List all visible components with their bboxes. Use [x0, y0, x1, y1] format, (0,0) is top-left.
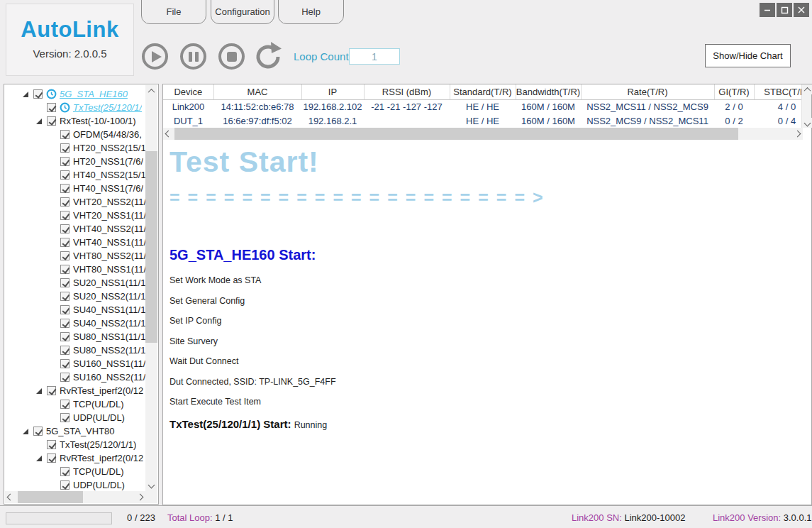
- scroll-left-icon[interactable]: [163, 128, 174, 140]
- tab-help[interactable]: Help: [278, 0, 344, 24]
- checkbox[interactable]: [60, 400, 69, 409]
- tree-item[interactable]: VHT20_NSS1(11/: [4, 209, 145, 222]
- checkbox[interactable]: [60, 332, 69, 341]
- tree-item[interactable]: VHT80_NSS2(11/: [4, 249, 145, 263]
- tree-item[interactable]: HT20_NSS1(7/6/: [4, 155, 145, 168]
- tree-item[interactable]: SU160_NSS1(11/: [4, 357, 145, 370]
- tab-file[interactable]: File: [141, 0, 206, 24]
- tree-item[interactable]: TxTest(25/120/1/1): [4, 438, 145, 451]
- tree-item[interactable]: RvRTest_iperf2(0/12: [4, 384, 145, 397]
- checkbox[interactable]: [47, 116, 56, 126]
- scrollbar-thumb[interactable]: [145, 151, 157, 343]
- checkbox[interactable]: [60, 143, 69, 153]
- scroll-down-icon[interactable]: [802, 118, 812, 128]
- checkbox[interactable]: [47, 103, 56, 112]
- maximize-icon[interactable]: [777, 3, 792, 17]
- tree-item[interactable]: RvRTest_iperf2(0/12: [4, 451, 145, 465]
- checkbox[interactable]: [47, 386, 56, 395]
- tree-item[interactable]: HT40_NSS2(15/1: [4, 168, 145, 182]
- table-horizontal-scrollbar[interactable]: [163, 128, 803, 140]
- tree-item[interactable]: VHT20_NSS2(11/: [4, 195, 145, 209]
- checkbox[interactable]: [60, 238, 69, 247]
- tree-item[interactable]: TxTest(25/120/1/: [4, 101, 145, 114]
- loop-count-input[interactable]: [349, 48, 400, 65]
- tree-item[interactable]: SU40_NSS1(11/1: [4, 303, 145, 317]
- column-header-rssi-dbm-[interactable]: RSSI (dBm): [364, 84, 450, 99]
- checkbox[interactable]: [60, 413, 69, 422]
- scroll-down-icon[interactable]: [145, 479, 157, 491]
- column-header-standard-t-r-[interactable]: Standard(T/R): [450, 84, 516, 99]
- checkbox[interactable]: [47, 453, 56, 463]
- column-header-stbc-t-r-[interactable]: STBC(T/R): [754, 84, 801, 99]
- tree-item[interactable]: HT20_NSS2(15/1: [4, 141, 145, 155]
- checkbox[interactable]: [60, 467, 69, 476]
- scrollbar-thumb[interactable]: [174, 128, 738, 140]
- tree-vertical-scrollbar[interactable]: [145, 85, 157, 491]
- checkbox[interactable]: [60, 346, 69, 355]
- checkbox[interactable]: [60, 305, 69, 314]
- checkbox[interactable]: [60, 184, 69, 193]
- scroll-up-icon[interactable]: [145, 85, 157, 97]
- tree-horizontal-scrollbar[interactable]: [5, 491, 145, 503]
- column-header-bandwidth-t-r-[interactable]: Bandwidth(T/R): [516, 84, 581, 99]
- tree-item[interactable]: 5G_STA_VHT80: [4, 424, 145, 438]
- checkbox[interactable]: [60, 278, 69, 287]
- scroll-left-icon[interactable]: [5, 491, 16, 503]
- checkbox[interactable]: [33, 89, 43, 99]
- expander-icon[interactable]: [36, 119, 42, 124]
- tree-item[interactable]: SU40_NSS2(11/1: [4, 317, 145, 330]
- tree-item[interactable]: OFDM(54/48/36,: [4, 128, 145, 141]
- checkbox[interactable]: [47, 440, 56, 449]
- rerun-icon[interactable]: [253, 42, 283, 72]
- column-header-mac[interactable]: MAC: [213, 84, 301, 99]
- column-header-rate-t-r-[interactable]: Rate(T/R): [581, 84, 714, 99]
- stop-icon[interactable]: [218, 43, 245, 70]
- scroll-right-icon[interactable]: [135, 491, 145, 503]
- tree-item[interactable]: VHT80_NSS1(11/: [4, 263, 145, 276]
- expander-icon[interactable]: [36, 388, 42, 394]
- checkbox[interactable]: [60, 170, 69, 180]
- checkbox[interactable]: [33, 427, 43, 436]
- tree-item[interactable]: TCP(UL/DL): [4, 465, 145, 478]
- tree-item[interactable]: SU80_NSS2(11/1: [4, 343, 145, 357]
- pause-icon[interactable]: [180, 43, 206, 70]
- tree-item[interactable]: HT40_NSS1(7/6/: [4, 182, 145, 195]
- scrollbar-thumb[interactable]: [18, 491, 83, 503]
- tree-item[interactable]: VHT40_NSS2(11/: [4, 222, 145, 236]
- minimize-icon[interactable]: [760, 3, 775, 17]
- tree-item[interactable]: SU20_NSS2(11/1: [4, 290, 145, 303]
- checkbox[interactable]: [60, 319, 69, 328]
- expander-icon[interactable]: [23, 429, 28, 434]
- tree-item[interactable]: SU20_NSS1(11/1: [4, 276, 145, 290]
- checkbox[interactable]: [60, 480, 69, 490]
- play-icon[interactable]: [142, 43, 168, 70]
- checkbox[interactable]: [60, 130, 69, 139]
- checkbox[interactable]: [60, 265, 69, 274]
- close-icon[interactable]: [794, 3, 809, 17]
- tree-item[interactable]: VHT40_NSS1(11/: [4, 236, 145, 249]
- tree-item[interactable]: SU80_NSS1(11/1: [4, 330, 145, 343]
- device-row[interactable]: DUT_116:6e:97:df:f5:02192.168.2.1HE / HE…: [163, 114, 801, 128]
- tree-item[interactable]: SU160_NSS2(11/: [4, 370, 145, 384]
- expander-icon[interactable]: [36, 456, 42, 461]
- expander-icon[interactable]: [23, 92, 28, 97]
- tree-item[interactable]: TCP(UL/DL): [4, 397, 145, 411]
- checkbox[interactable]: [60, 359, 69, 368]
- device-row[interactable]: Link20014:11:52:cb:e6:78192.168.2.102-21…: [163, 99, 801, 114]
- table-vertical-scrollbar[interactable]: [801, 84, 811, 128]
- column-header-gi-t-r-[interactable]: GI(T/R): [714, 84, 754, 99]
- column-header-device[interactable]: Device: [163, 84, 213, 99]
- checkbox[interactable]: [60, 157, 69, 166]
- checkbox[interactable]: [60, 197, 69, 207]
- checkbox[interactable]: [60, 224, 69, 233]
- scroll-right-icon[interactable]: [792, 128, 803, 140]
- tree-item[interactable]: 5G_STA_HE160: [4, 87, 145, 101]
- column-header-ip[interactable]: IP: [301, 84, 364, 99]
- tree-item[interactable]: RxTest(-10/-100/1): [4, 114, 145, 128]
- tree-item[interactable]: UDP(UL/DL): [4, 478, 145, 491]
- checkbox[interactable]: [60, 211, 69, 220]
- scroll-up-icon[interactable]: [802, 84, 812, 94]
- checkbox[interactable]: [60, 251, 69, 260]
- show-hide-chart-button[interactable]: Show/Hide Chart: [705, 44, 791, 67]
- checkbox[interactable]: [60, 373, 69, 382]
